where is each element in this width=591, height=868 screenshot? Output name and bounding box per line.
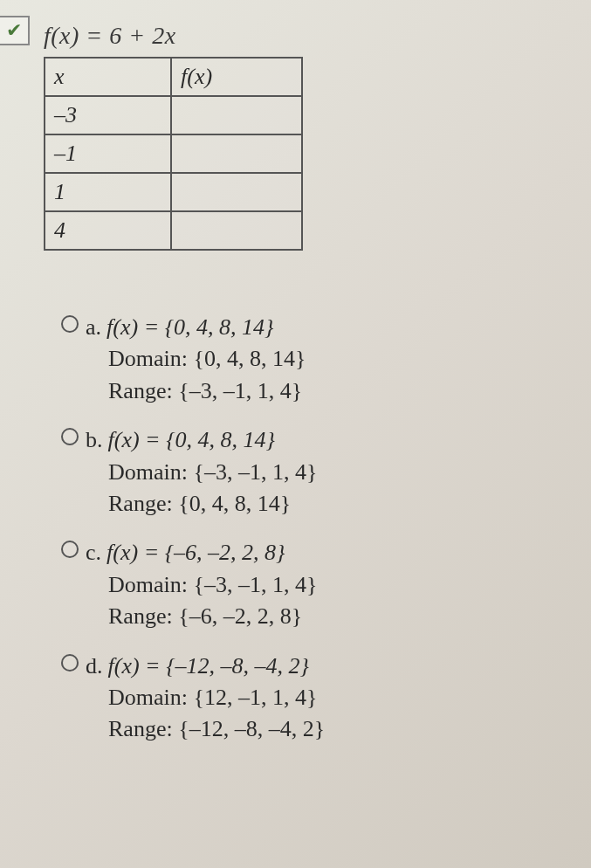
question-checkbox[interactable]: ✔ xyxy=(0,16,30,45)
option-domain-line: Domain: {–3, –1, 1, 4} xyxy=(108,569,317,601)
cell-x: 1 xyxy=(45,173,171,211)
option-fx-line: f(x) = {–6, –2, 2, 8} xyxy=(107,540,285,565)
cell-x: 4 xyxy=(45,211,171,250)
radio-a[interactable] xyxy=(61,315,79,336)
option-fx-line: f(x) = {–12, –8, –4, 2} xyxy=(108,653,309,679)
radio-circle-icon xyxy=(61,654,79,672)
table-header-row: x f(x) xyxy=(45,58,302,96)
cell-fx xyxy=(171,211,302,250)
option-b[interactable]: b.f(x) = {0, 4, 8, 14} Domain: {–3, –1, … xyxy=(61,424,574,520)
option-range-line: Range: {–12, –8, –4, 2} xyxy=(108,713,325,745)
option-letter: b. xyxy=(86,427,103,452)
option-letter: c. xyxy=(86,540,101,565)
table-row: –1 xyxy=(45,134,302,173)
answer-options: a.f(x) = {0, 4, 8, 14} Domain: {0, 4, 8,… xyxy=(61,312,574,746)
radio-c[interactable] xyxy=(61,541,79,561)
cell-x: –1 xyxy=(45,134,171,173)
radio-b[interactable] xyxy=(61,428,79,449)
header-fx: f(x) xyxy=(171,58,302,96)
table-row: 4 xyxy=(45,211,302,250)
cell-x: –3 xyxy=(45,96,171,134)
radio-circle-icon xyxy=(61,315,79,333)
option-domain-line: Domain: {12, –1, 1, 4} xyxy=(108,682,325,713)
table-row: –3 xyxy=(45,96,302,134)
radio-circle-icon xyxy=(61,428,79,445)
option-domain-line: Domain: {0, 4, 8, 14} xyxy=(108,343,306,375)
radio-d[interactable] xyxy=(61,654,79,675)
checkmark-icon: ✔ xyxy=(6,19,22,42)
function-table: x f(x) –3 –1 1 4 xyxy=(44,57,303,251)
question-block: f(x) = 6 + 2x x f(x) –3 –1 1 4 xyxy=(44,17,574,251)
option-a[interactable]: a.f(x) = {0, 4, 8, 14} Domain: {0, 4, 8,… xyxy=(61,312,574,407)
option-range-line: Range: {–3, –1, 1, 4} xyxy=(108,375,306,407)
radio-circle-icon xyxy=(61,541,79,558)
cell-fx xyxy=(171,134,302,173)
cell-fx xyxy=(171,173,302,211)
option-c[interactable]: c.f(x) = {–6, –2, 2, 8} Domain: {–3, –1,… xyxy=(61,537,574,632)
header-x: x xyxy=(45,58,171,96)
option-body: d.f(x) = {–12, –8, –4, 2} Domain: {12, –… xyxy=(86,651,325,746)
option-body: c.f(x) = {–6, –2, 2, 8} Domain: {–3, –1,… xyxy=(86,537,317,632)
option-letter: d. xyxy=(86,653,103,679)
option-letter: a. xyxy=(86,314,101,340)
option-range-line: Range: {–6, –2, 2, 8} xyxy=(108,601,317,632)
option-range-line: Range: {0, 4, 8, 14} xyxy=(108,488,317,520)
option-d[interactable]: d.f(x) = {–12, –8, –4, 2} Domain: {12, –… xyxy=(61,651,574,746)
option-domain-line: Domain: {–3, –1, 1, 4} xyxy=(108,457,317,488)
option-fx-line: f(x) = {0, 4, 8, 14} xyxy=(108,427,275,452)
option-body: a.f(x) = {0, 4, 8, 14} Domain: {0, 4, 8,… xyxy=(86,312,306,407)
option-body: b.f(x) = {0, 4, 8, 14} Domain: {–3, –1, … xyxy=(86,424,317,520)
option-fx-line: f(x) = {0, 4, 8, 14} xyxy=(107,314,273,340)
function-equation: f(x) = 6 + 2x xyxy=(44,22,574,50)
table-row: 1 xyxy=(45,173,302,211)
cell-fx xyxy=(171,96,302,134)
